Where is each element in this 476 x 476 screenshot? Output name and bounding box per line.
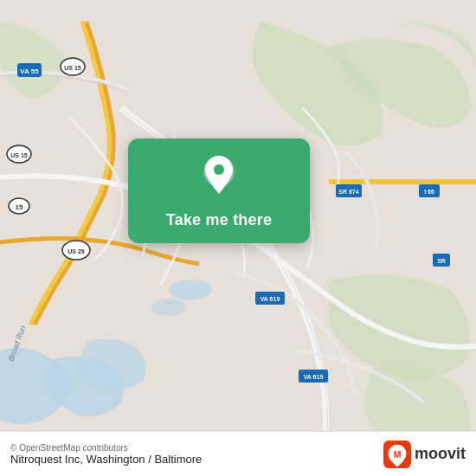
svg-text:15: 15: [16, 203, 23, 211]
svg-text:US 15: US 15: [10, 152, 28, 158]
svg-text:VA 55: VA 55: [20, 68, 39, 75]
svg-text:US 29: US 29: [68, 248, 85, 254]
pin-icon-container: [200, 154, 238, 203]
svg-text:VA 619: VA 619: [261, 296, 280, 302]
svg-point-2: [151, 299, 186, 316]
take-me-there-card[interactable]: Take me there: [128, 138, 310, 243]
svg-text:M: M: [394, 450, 402, 460]
svg-text:I 66: I 66: [424, 189, 434, 195]
map-container: VA 55 US 15 US 15 15 US 29 VA 619 VA 619…: [0, 0, 476, 476]
moovit-brand-icon: M: [383, 441, 411, 468]
location-pin-icon: [200, 154, 238, 199]
moovit-logo: M moovit: [383, 441, 466, 468]
svg-text:SR 674: SR 674: [338, 189, 358, 195]
svg-point-26: [214, 164, 224, 175]
location-text: Nitroquest Inc, Washington / Baltimore: [10, 453, 202, 466]
take-me-there-label: Take me there: [166, 211, 272, 229]
copyright-text: © OpenStreetMap contributors: [10, 443, 202, 453]
bottom-bar: © OpenStreetMap contributors Nitroquest …: [0, 431, 476, 476]
svg-text:VA 619: VA 619: [304, 374, 324, 380]
svg-text:US 15: US 15: [64, 65, 81, 71]
moovit-label: moovit: [415, 445, 466, 463]
svg-point-1: [169, 280, 212, 300]
bottom-left: © OpenStreetMap contributors Nitroquest …: [10, 443, 202, 466]
svg-text:SR: SR: [437, 258, 446, 264]
